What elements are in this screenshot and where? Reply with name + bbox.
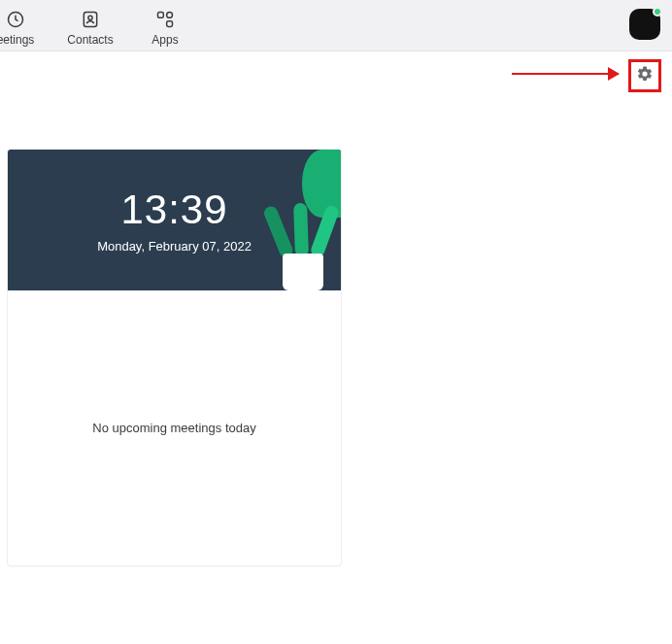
current-time: 13:39 xyxy=(120,186,227,233)
clock-icon xyxy=(6,10,25,29)
svg-rect-4 xyxy=(167,20,173,26)
settings-button[interactable] xyxy=(628,59,661,92)
plant-decoration xyxy=(278,203,326,290)
svg-rect-3 xyxy=(158,12,164,17)
subbar xyxy=(0,51,672,90)
tab-meetings[interactable]: eetings xyxy=(0,5,41,47)
annotation-arrow xyxy=(512,73,619,75)
toolbar-tabs: eetings Contacts Apps xyxy=(0,5,190,47)
svg-point-5 xyxy=(167,12,173,17)
tab-label: eetings xyxy=(0,33,34,47)
tab-contacts[interactable]: Contacts xyxy=(65,5,116,47)
tab-label: Contacts xyxy=(67,33,113,47)
current-date: Monday, February 07, 2022 xyxy=(97,239,252,254)
top-toolbar: eetings Contacts Apps xyxy=(0,0,672,51)
profile-avatar[interactable] xyxy=(629,9,660,40)
gear-icon xyxy=(636,65,654,86)
svg-point-2 xyxy=(88,16,92,19)
card-hero: 13:39 Monday, February 07, 2022 xyxy=(8,150,341,290)
tab-apps[interactable]: Apps xyxy=(140,5,190,47)
empty-state-text: No upcoming meetings today xyxy=(92,421,255,435)
contact-icon xyxy=(81,10,100,29)
tab-label: Apps xyxy=(151,33,178,47)
presence-indicator xyxy=(653,7,662,17)
upcoming-card: 13:39 Monday, February 07, 2022 No upcom… xyxy=(7,149,342,566)
apps-icon xyxy=(155,10,175,29)
card-body: No upcoming meetings today xyxy=(8,290,341,565)
